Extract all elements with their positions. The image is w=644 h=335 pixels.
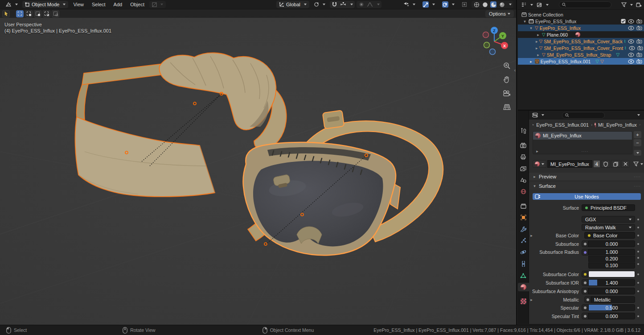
select-mode-subtract-button[interactable] xyxy=(34,10,41,17)
tab-scene[interactable] xyxy=(518,176,529,184)
camera-icon[interactable] xyxy=(636,59,642,64)
outliner-filter-button[interactable] xyxy=(620,1,634,8)
tab-view-layer[interactable] xyxy=(518,164,529,173)
use-nodes-button[interactable]: Use Nodes xyxy=(533,193,641,200)
metallic-field[interactable]: Metallic xyxy=(591,296,635,303)
expand-arrow-icon[interactable]: ▸ xyxy=(536,39,538,44)
visibility-dropdown[interactable] xyxy=(401,1,418,8)
subsurface-socket[interactable] xyxy=(582,240,588,247)
subsurface-anisotropy-socket[interactable] xyxy=(582,288,588,294)
specular-field[interactable]: 0.500 xyxy=(588,304,635,311)
tab-output[interactable] xyxy=(518,153,529,161)
add-slot-button[interactable]: + xyxy=(634,131,641,138)
animate-decorator[interactable] xyxy=(637,315,639,317)
gizmos-dropdown[interactable] xyxy=(420,1,438,8)
menu-select[interactable]: Select xyxy=(89,2,109,7)
expand-arrow-icon[interactable]: ▸ xyxy=(536,33,541,37)
outliner-row-cover-back[interactable]: ▸ ▽ SM_EyePro_ESS_Influx_Cover_Back ⌇ xyxy=(518,38,644,45)
animate-decorator[interactable] xyxy=(637,290,639,292)
panel-grip[interactable]: ···· xyxy=(634,174,641,179)
animate-decorator[interactable] xyxy=(637,243,639,245)
animate-decorator[interactable] xyxy=(637,251,639,252)
subsurface-method-dropdown[interactable]: Random Walk xyxy=(582,224,635,231)
camera-icon[interactable] xyxy=(636,19,642,24)
pan-view-button[interactable] xyxy=(502,74,512,84)
users-count-button[interactable]: 4 xyxy=(593,160,600,168)
gizmo-neg-x[interactable] xyxy=(483,32,489,38)
tab-collection-props[interactable] xyxy=(518,202,529,210)
transform-dropdown[interactable] xyxy=(149,1,166,8)
panel-grip[interactable]: ···· xyxy=(634,184,641,188)
perspective-toggle-button[interactable] xyxy=(502,102,512,112)
metallic-socket[interactable] xyxy=(584,296,591,303)
proportional-editing-icon[interactable] xyxy=(358,1,365,8)
animate-decorator[interactable] xyxy=(637,263,639,265)
animate-decorator[interactable] xyxy=(637,227,639,228)
select-mode-intersect-button[interactable] xyxy=(52,10,59,17)
falloff-dropdown[interactable] xyxy=(367,1,373,8)
breadcrumb-object[interactable]: EyePro_ESS_Influx.001 xyxy=(536,122,589,128)
animate-decorator[interactable] xyxy=(637,219,639,220)
tab-material[interactable] xyxy=(518,283,529,291)
outliner-row-strap[interactable]: ▸ ▽ SM_EyePro_ESS_Influx_Strap ▽ xyxy=(518,51,644,58)
camera-icon[interactable] xyxy=(636,25,642,30)
specular-tint-field[interactable]: 0.000 xyxy=(588,313,635,319)
animate-decorator[interactable] xyxy=(637,257,639,259)
editor-type-button[interactable] xyxy=(3,1,21,8)
select-mode-extend-button[interactable] xyxy=(25,10,33,17)
specular-socket[interactable] xyxy=(582,304,588,311)
new-collection-button[interactable] xyxy=(636,2,642,8)
shading-solid-button[interactable] xyxy=(482,1,488,8)
material-name-field[interactable]: MI_EyePro_Influx xyxy=(547,160,592,168)
select-mode-new-button[interactable] xyxy=(16,10,24,17)
zoom-view-button[interactable] xyxy=(502,61,512,70)
outliner-search-input[interactable] xyxy=(559,1,611,8)
snap-magnet-icon[interactable] xyxy=(332,1,338,8)
mode-dropdown[interactable]: Object Mode xyxy=(22,1,68,8)
animate-decorator[interactable] xyxy=(637,273,639,275)
options-dropdown[interactable]: Options xyxy=(485,10,514,17)
shading-wireframe-button[interactable] xyxy=(473,1,480,8)
outliner-row-active-object[interactable]: ▸ ▽ EyePro_ESS_Influx.001 ▽ ▽ xyxy=(518,58,644,65)
eye-icon[interactable] xyxy=(628,39,634,44)
expand-arrow-icon[interactable]: ▾ xyxy=(529,26,533,30)
select-mode-invert-button[interactable] xyxy=(43,10,50,17)
eye-icon[interactable] xyxy=(628,19,634,24)
animate-decorator[interactable] xyxy=(637,235,639,236)
subsurface-anisotropy-field[interactable]: 0.000 xyxy=(588,288,635,294)
orientation-dropdown[interactable]: Global xyxy=(276,1,309,8)
surface-panel-header[interactable]: ▾ Surface ···· xyxy=(529,182,644,190)
expand-arrow-icon[interactable]: ▸ xyxy=(529,298,534,302)
eye-icon[interactable] xyxy=(628,53,634,57)
material-filter-button[interactable] xyxy=(632,160,644,168)
camera-icon[interactable] xyxy=(637,45,643,50)
tab-particles[interactable] xyxy=(518,236,529,245)
animate-decorator[interactable] xyxy=(637,307,639,309)
snap-target-dropdown[interactable] xyxy=(340,1,346,8)
sidebar-toggle[interactable]: ‹ xyxy=(514,68,516,73)
pin-icon[interactable] xyxy=(639,122,640,128)
subsurface-ior-field[interactable]: 1.400 xyxy=(588,279,635,286)
menu-object[interactable]: Object xyxy=(127,2,148,7)
outliner-row-collection[interactable]: ▾ EyePro_ESS_Influx xyxy=(518,18,644,25)
expand-arrow-icon[interactable]: ▸ xyxy=(529,233,534,238)
slot-expand-icon[interactable]: ▸ xyxy=(535,149,540,153)
gizmo-neg-y[interactable] xyxy=(484,42,490,48)
expand-arrow-icon[interactable]: ▸ xyxy=(536,46,538,50)
subsurface-color-swatch[interactable] xyxy=(588,271,635,277)
unlink-material-button[interactable] xyxy=(621,160,630,168)
tab-texture[interactable] xyxy=(518,297,529,306)
animate-decorator[interactable] xyxy=(637,282,639,284)
eye-icon[interactable] xyxy=(629,46,635,50)
menu-view[interactable]: View xyxy=(70,2,87,7)
material-slot-row[interactable]: MI_EyePro_Influx xyxy=(533,132,632,140)
material-slot-list[interactable]: MI_EyePro_Influx ▸ ···· xyxy=(533,131,632,154)
outliner-row-plane[interactable]: ▸ ▽ Plane.060 xyxy=(518,31,644,38)
pivot-dropdown[interactable] xyxy=(311,1,328,8)
expand-arrow-icon[interactable]: ▸ xyxy=(529,59,533,64)
tab-tool[interactable] xyxy=(518,127,529,135)
slot-specials-button[interactable] xyxy=(634,150,641,156)
viewport-canvas[interactable]: User Perspective (4) EyePro_ESS_Influx |… xyxy=(0,18,516,325)
distribution-dropdown[interactable]: GGX xyxy=(582,216,635,223)
navigation-gizmo[interactable]: Z Y X xyxy=(480,24,510,58)
